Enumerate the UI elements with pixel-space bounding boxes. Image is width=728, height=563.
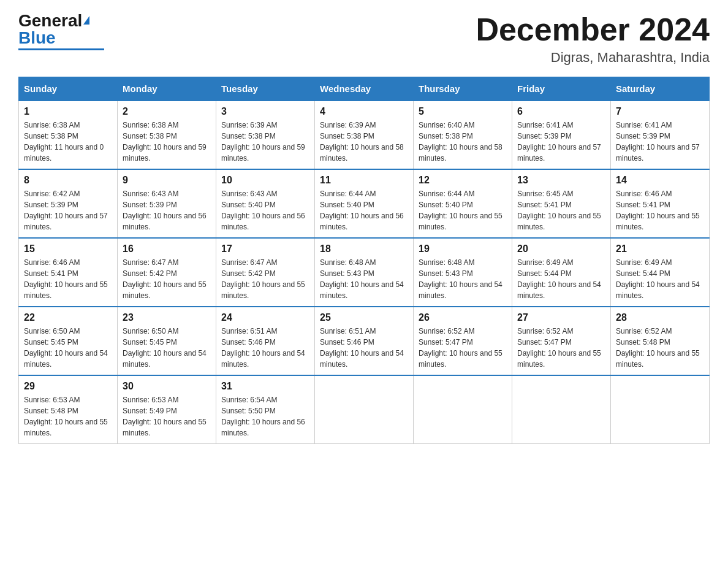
week-row-3: 15Sunrise: 6:46 AMSunset: 5:41 PMDayligh… <box>19 238 710 307</box>
logo-general-text: General <box>18 11 82 30</box>
calendar-cell: 15Sunrise: 6:46 AMSunset: 5:41 PMDayligh… <box>19 238 118 307</box>
day-info: Sunrise: 6:38 AMSunset: 5:38 PMDaylight:… <box>123 120 211 164</box>
calendar-cell: 6Sunrise: 6:41 AMSunset: 5:39 PMDaylight… <box>512 101 611 169</box>
day-info: Sunrise: 6:52 AMSunset: 5:48 PMDaylight:… <box>616 326 704 370</box>
calendar-cell: 11Sunrise: 6:44 AMSunset: 5:40 PMDayligh… <box>315 169 414 238</box>
day-number: 3 <box>221 106 309 117</box>
header-cell-tuesday: Tuesday <box>216 77 315 101</box>
day-info: Sunrise: 6:41 AMSunset: 5:39 PMDaylight:… <box>616 120 704 164</box>
day-number: 6 <box>517 106 605 117</box>
month-year-title: December 2024 <box>476 12 710 47</box>
day-info: Sunrise: 6:39 AMSunset: 5:38 PMDaylight:… <box>221 120 309 164</box>
day-number: 12 <box>419 175 507 186</box>
day-info: Sunrise: 6:46 AMSunset: 5:41 PMDaylight:… <box>24 257 112 301</box>
calendar-cell: 12Sunrise: 6:44 AMSunset: 5:40 PMDayligh… <box>414 169 512 238</box>
day-info: Sunrise: 6:42 AMSunset: 5:39 PMDaylight:… <box>24 188 112 232</box>
header-cell-saturday: Saturday <box>611 77 710 101</box>
day-number: 16 <box>123 243 211 255</box>
calendar-cell: 19Sunrise: 6:48 AMSunset: 5:43 PMDayligh… <box>414 238 512 307</box>
calendar-cell: 16Sunrise: 6:47 AMSunset: 5:42 PMDayligh… <box>118 238 216 307</box>
logo-blue-text: Blue <box>18 28 56 47</box>
calendar-cell: 8Sunrise: 6:42 AMSunset: 5:39 PMDaylight… <box>19 169 118 238</box>
day-info: Sunrise: 6:39 AMSunset: 5:38 PMDaylight:… <box>320 120 408 164</box>
header-cell-sunday: Sunday <box>19 77 118 101</box>
calendar-cell: 30Sunrise: 6:53 AMSunset: 5:49 PMDayligh… <box>118 375 216 444</box>
day-info: Sunrise: 6:43 AMSunset: 5:39 PMDaylight:… <box>123 188 211 232</box>
day-number: 30 <box>123 381 211 392</box>
header-cell-friday: Friday <box>512 77 611 101</box>
logo: General Blue <box>18 12 104 50</box>
day-number: 25 <box>320 312 408 323</box>
calendar-cell: 27Sunrise: 6:52 AMSunset: 5:47 PMDayligh… <box>512 307 611 375</box>
calendar-body: 1Sunrise: 6:38 AMSunset: 5:38 PMDaylight… <box>19 101 710 444</box>
day-info: Sunrise: 6:41 AMSunset: 5:39 PMDaylight:… <box>517 120 605 164</box>
calendar-cell: 3Sunrise: 6:39 AMSunset: 5:38 PMDaylight… <box>216 101 315 169</box>
calendar-cell: 4Sunrise: 6:39 AMSunset: 5:38 PMDaylight… <box>315 101 414 169</box>
day-number: 8 <box>24 175 112 186</box>
day-number: 17 <box>221 243 309 255</box>
day-number: 20 <box>517 243 605 255</box>
calendar-cell: 25Sunrise: 6:51 AMSunset: 5:46 PMDayligh… <box>315 307 414 375</box>
calendar-cell: 23Sunrise: 6:50 AMSunset: 5:45 PMDayligh… <box>118 307 216 375</box>
day-info: Sunrise: 6:47 AMSunset: 5:42 PMDaylight:… <box>123 257 211 301</box>
calendar-cell: 13Sunrise: 6:45 AMSunset: 5:41 PMDayligh… <box>512 169 611 238</box>
header-cell-monday: Monday <box>118 77 216 101</box>
calendar-cell: 2Sunrise: 6:38 AMSunset: 5:38 PMDaylight… <box>118 101 216 169</box>
day-number: 9 <box>123 175 211 186</box>
day-number: 24 <box>221 312 309 323</box>
calendar-cell: 24Sunrise: 6:51 AMSunset: 5:46 PMDayligh… <box>216 307 315 375</box>
day-number: 2 <box>123 106 211 117</box>
day-info: Sunrise: 6:45 AMSunset: 5:41 PMDaylight:… <box>517 188 605 232</box>
day-number: 31 <box>221 381 309 392</box>
day-number: 27 <box>517 312 605 323</box>
day-number: 10 <box>221 175 309 186</box>
day-number: 26 <box>419 312 507 323</box>
day-info: Sunrise: 6:51 AMSunset: 5:46 PMDaylight:… <box>221 326 309 370</box>
day-number: 18 <box>320 243 408 255</box>
day-info: Sunrise: 6:38 AMSunset: 5:38 PMDaylight:… <box>24 120 112 164</box>
day-number: 14 <box>616 175 704 186</box>
day-info: Sunrise: 6:52 AMSunset: 5:47 PMDaylight:… <box>419 326 507 370</box>
day-info: Sunrise: 6:48 AMSunset: 5:43 PMDaylight:… <box>419 257 507 301</box>
calendar-cell: 26Sunrise: 6:52 AMSunset: 5:47 PMDayligh… <box>414 307 512 375</box>
day-number: 4 <box>320 106 408 117</box>
day-number: 29 <box>24 381 112 392</box>
calendar-cell: 10Sunrise: 6:43 AMSunset: 5:40 PMDayligh… <box>216 169 315 238</box>
day-info: Sunrise: 6:53 AMSunset: 5:49 PMDaylight:… <box>123 394 211 439</box>
calendar-cell: 29Sunrise: 6:53 AMSunset: 5:48 PMDayligh… <box>19 375 118 444</box>
week-row-5: 29Sunrise: 6:53 AMSunset: 5:48 PMDayligh… <box>19 375 710 444</box>
calendar-cell: 22Sunrise: 6:50 AMSunset: 5:45 PMDayligh… <box>19 307 118 375</box>
calendar-cell: 17Sunrise: 6:47 AMSunset: 5:42 PMDayligh… <box>216 238 315 307</box>
day-info: Sunrise: 6:44 AMSunset: 5:40 PMDaylight:… <box>419 188 507 232</box>
day-number: 7 <box>616 106 704 117</box>
week-row-1: 1Sunrise: 6:38 AMSunset: 5:38 PMDaylight… <box>19 101 710 169</box>
calendar-cell: 21Sunrise: 6:49 AMSunset: 5:44 PMDayligh… <box>611 238 710 307</box>
day-info: Sunrise: 6:46 AMSunset: 5:41 PMDaylight:… <box>616 188 704 232</box>
calendar-cell: 7Sunrise: 6:41 AMSunset: 5:39 PMDaylight… <box>611 101 710 169</box>
logo-underline <box>18 48 104 50</box>
day-number: 1 <box>24 106 112 117</box>
calendar-cell <box>315 375 414 444</box>
calendar-cell: 5Sunrise: 6:40 AMSunset: 5:38 PMDaylight… <box>414 101 512 169</box>
calendar-cell: 28Sunrise: 6:52 AMSunset: 5:48 PMDayligh… <box>611 307 710 375</box>
day-info: Sunrise: 6:44 AMSunset: 5:40 PMDaylight:… <box>320 188 408 232</box>
calendar-cell: 18Sunrise: 6:48 AMSunset: 5:43 PMDayligh… <box>315 238 414 307</box>
calendar-cell <box>611 375 710 444</box>
day-number: 13 <box>517 175 605 186</box>
header-right: December 2024 Digras, Maharashtra, India <box>476 12 710 66</box>
day-info: Sunrise: 6:49 AMSunset: 5:44 PMDaylight:… <box>616 257 704 301</box>
page-header: General Blue December 2024 Digras, Mahar… <box>18 12 710 66</box>
day-number: 19 <box>419 243 507 255</box>
day-number: 15 <box>24 243 112 255</box>
calendar-cell: 1Sunrise: 6:38 AMSunset: 5:38 PMDaylight… <box>19 101 118 169</box>
day-info: Sunrise: 6:40 AMSunset: 5:38 PMDaylight:… <box>419 120 507 164</box>
day-info: Sunrise: 6:53 AMSunset: 5:48 PMDaylight:… <box>24 394 112 439</box>
day-number: 23 <box>123 312 211 323</box>
calendar-cell: 20Sunrise: 6:49 AMSunset: 5:44 PMDayligh… <box>512 238 611 307</box>
day-info: Sunrise: 6:50 AMSunset: 5:45 PMDaylight:… <box>24 326 112 370</box>
day-info: Sunrise: 6:52 AMSunset: 5:47 PMDaylight:… <box>517 326 605 370</box>
day-number: 21 <box>616 243 704 255</box>
day-info: Sunrise: 6:43 AMSunset: 5:40 PMDaylight:… <box>221 188 309 232</box>
logo-triangle-icon <box>83 16 89 25</box>
calendar-cell: 9Sunrise: 6:43 AMSunset: 5:39 PMDaylight… <box>118 169 216 238</box>
